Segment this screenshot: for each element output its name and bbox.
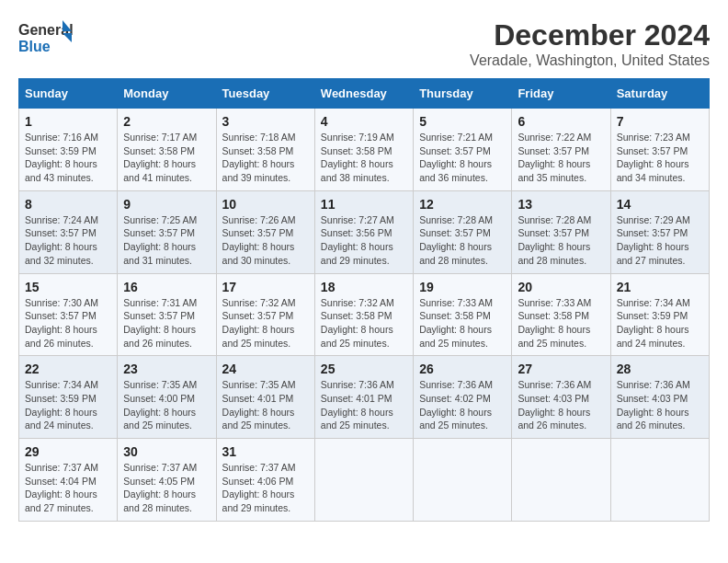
svg-marker-3 bbox=[63, 33, 72, 42]
day-info: Sunrise: 7:37 AM Sunset: 4:06 PM Dayligh… bbox=[222, 461, 309, 515]
day-info: Sunrise: 7:35 AM Sunset: 4:01 PM Dayligh… bbox=[222, 378, 309, 432]
day-number: 4 bbox=[321, 114, 407, 129]
day-info: Sunrise: 7:36 AM Sunset: 4:01 PM Dayligh… bbox=[321, 378, 407, 432]
day-number: 23 bbox=[123, 362, 210, 376]
main-title: December 2024 bbox=[470, 18, 710, 52]
calendar-cell: 17Sunrise: 7:32 AM Sunset: 3:57 PM Dayli… bbox=[216, 273, 314, 356]
header-day-thursday: Thursday bbox=[414, 79, 512, 109]
day-info: Sunrise: 7:33 AM Sunset: 3:58 PM Dayligh… bbox=[518, 296, 604, 350]
day-info: Sunrise: 7:34 AM Sunset: 3:59 PM Dayligh… bbox=[617, 296, 703, 350]
day-number: 14 bbox=[617, 197, 703, 212]
day-number: 10 bbox=[222, 197, 309, 212]
calendar-cell: 20Sunrise: 7:33 AM Sunset: 3:58 PM Dayli… bbox=[512, 273, 610, 356]
header: GeneralBlue December 2024 Veradale, Wash… bbox=[18, 18, 710, 69]
calendar-cell: 3Sunrise: 7:18 AM Sunset: 3:58 PM Daylig… bbox=[216, 109, 314, 191]
calendar-cell: 12Sunrise: 7:28 AM Sunset: 3:57 PM Dayli… bbox=[414, 190, 512, 273]
logo-icon: GeneralBlue bbox=[18, 18, 74, 60]
calendar-cell: 24Sunrise: 7:35 AM Sunset: 4:01 PM Dayli… bbox=[216, 356, 314, 439]
day-info: Sunrise: 7:36 AM Sunset: 4:03 PM Dayligh… bbox=[617, 378, 703, 432]
day-number: 26 bbox=[419, 362, 506, 376]
calendar-cell bbox=[414, 439, 512, 522]
day-info: Sunrise: 7:24 AM Sunset: 3:57 PM Dayligh… bbox=[25, 213, 111, 268]
calendar-cell bbox=[610, 439, 709, 522]
calendar-cell bbox=[512, 439, 610, 522]
day-info: Sunrise: 7:26 AM Sunset: 3:57 PM Dayligh… bbox=[222, 213, 309, 268]
day-number: 5 bbox=[419, 114, 506, 129]
day-info: Sunrise: 7:23 AM Sunset: 3:57 PM Dayligh… bbox=[617, 131, 703, 185]
subtitle: Veradale, Washington, United States bbox=[470, 52, 710, 69]
day-info: Sunrise: 7:36 AM Sunset: 4:02 PM Dayligh… bbox=[419, 378, 506, 432]
calendar-week-row-1: 1Sunrise: 7:16 AM Sunset: 3:59 PM Daylig… bbox=[19, 109, 710, 191]
calendar-cell: 4Sunrise: 7:19 AM Sunset: 3:58 PM Daylig… bbox=[314, 109, 413, 191]
day-number: 1 bbox=[25, 114, 111, 129]
day-number: 19 bbox=[419, 280, 506, 294]
day-number: 6 bbox=[518, 114, 604, 129]
day-number: 28 bbox=[617, 362, 703, 376]
day-number: 8 bbox=[25, 197, 111, 212]
day-info: Sunrise: 7:17 AM Sunset: 3:58 PM Dayligh… bbox=[123, 131, 210, 185]
calendar-cell: 10Sunrise: 7:26 AM Sunset: 3:57 PM Dayli… bbox=[216, 190, 314, 273]
day-info: Sunrise: 7:30 AM Sunset: 3:57 PM Dayligh… bbox=[25, 296, 111, 350]
day-number: 3 bbox=[222, 114, 309, 129]
day-info: Sunrise: 7:36 AM Sunset: 4:03 PM Dayligh… bbox=[518, 378, 604, 432]
day-number: 21 bbox=[617, 280, 703, 294]
calendar-cell: 13Sunrise: 7:28 AM Sunset: 3:57 PM Dayli… bbox=[512, 190, 610, 273]
day-number: 31 bbox=[222, 444, 309, 459]
calendar-cell: 31Sunrise: 7:37 AM Sunset: 4:06 PM Dayli… bbox=[216, 439, 314, 522]
calendar-cell: 25Sunrise: 7:36 AM Sunset: 4:01 PM Dayli… bbox=[314, 356, 413, 439]
calendar-cell: 8Sunrise: 7:24 AM Sunset: 3:57 PM Daylig… bbox=[19, 190, 118, 273]
header-row: SundayMondayTuesdayWednesdayThursdayFrid… bbox=[19, 79, 710, 109]
calendar-cell: 15Sunrise: 7:30 AM Sunset: 3:57 PM Dayli… bbox=[19, 273, 118, 356]
day-info: Sunrise: 7:21 AM Sunset: 3:57 PM Dayligh… bbox=[419, 131, 506, 185]
day-info: Sunrise: 7:28 AM Sunset: 3:57 PM Dayligh… bbox=[518, 213, 604, 268]
calendar-cell: 14Sunrise: 7:29 AM Sunset: 3:57 PM Dayli… bbox=[610, 190, 709, 273]
day-number: 25 bbox=[321, 362, 407, 376]
calendar-cell: 22Sunrise: 7:34 AM Sunset: 3:59 PM Dayli… bbox=[19, 356, 118, 439]
day-info: Sunrise: 7:22 AM Sunset: 3:57 PM Dayligh… bbox=[518, 131, 604, 185]
day-info: Sunrise: 7:29 AM Sunset: 3:57 PM Dayligh… bbox=[617, 213, 703, 268]
header-day-tuesday: Tuesday bbox=[216, 79, 314, 109]
calendar-cell: 2Sunrise: 7:17 AM Sunset: 3:58 PM Daylig… bbox=[118, 109, 216, 191]
header-day-monday: Monday bbox=[118, 79, 216, 109]
day-info: Sunrise: 7:31 AM Sunset: 3:57 PM Dayligh… bbox=[123, 296, 210, 350]
header-day-wednesday: Wednesday bbox=[314, 79, 413, 109]
day-info: Sunrise: 7:35 AM Sunset: 4:00 PM Dayligh… bbox=[123, 378, 210, 432]
day-number: 7 bbox=[617, 114, 703, 129]
day-info: Sunrise: 7:28 AM Sunset: 3:57 PM Dayligh… bbox=[419, 213, 506, 268]
calendar-cell: 16Sunrise: 7:31 AM Sunset: 3:57 PM Dayli… bbox=[118, 273, 216, 356]
calendar-cell: 28Sunrise: 7:36 AM Sunset: 4:03 PM Dayli… bbox=[610, 356, 709, 439]
calendar-cell: 6Sunrise: 7:22 AM Sunset: 3:57 PM Daylig… bbox=[512, 109, 610, 191]
title-section: December 2024 Veradale, Washington, Unit… bbox=[470, 18, 710, 69]
day-info: Sunrise: 7:16 AM Sunset: 3:59 PM Dayligh… bbox=[25, 131, 111, 185]
day-number: 12 bbox=[419, 197, 506, 212]
svg-text:Blue: Blue bbox=[18, 39, 51, 54]
day-number: 27 bbox=[518, 362, 604, 376]
calendar-cell: 9Sunrise: 7:25 AM Sunset: 3:57 PM Daylig… bbox=[118, 190, 216, 273]
day-info: Sunrise: 7:27 AM Sunset: 3:56 PM Dayligh… bbox=[321, 213, 407, 268]
day-number: 2 bbox=[123, 114, 210, 129]
logo: GeneralBlue bbox=[18, 18, 74, 60]
calendar-cell: 21Sunrise: 7:34 AM Sunset: 3:59 PM Dayli… bbox=[610, 273, 709, 356]
calendar-week-row-2: 8Sunrise: 7:24 AM Sunset: 3:57 PM Daylig… bbox=[19, 190, 710, 273]
day-info: Sunrise: 7:32 AM Sunset: 3:58 PM Dayligh… bbox=[321, 296, 407, 350]
calendar-cell: 29Sunrise: 7:37 AM Sunset: 4:04 PM Dayli… bbox=[19, 439, 118, 522]
day-number: 18 bbox=[321, 280, 407, 294]
calendar-week-row-3: 15Sunrise: 7:30 AM Sunset: 3:57 PM Dayli… bbox=[19, 273, 710, 356]
calendar-cell bbox=[314, 439, 413, 522]
header-day-sunday: Sunday bbox=[19, 79, 118, 109]
day-number: 20 bbox=[518, 280, 604, 294]
day-info: Sunrise: 7:37 AM Sunset: 4:05 PM Dayligh… bbox=[123, 461, 210, 515]
calendar-cell: 11Sunrise: 7:27 AM Sunset: 3:56 PM Dayli… bbox=[314, 190, 413, 273]
day-number: 24 bbox=[222, 362, 309, 376]
day-number: 17 bbox=[222, 280, 309, 294]
day-info: Sunrise: 7:32 AM Sunset: 3:57 PM Dayligh… bbox=[222, 296, 309, 350]
calendar-week-row-5: 29Sunrise: 7:37 AM Sunset: 4:04 PM Dayli… bbox=[19, 439, 710, 522]
header-day-friday: Friday bbox=[512, 79, 610, 109]
day-number: 22 bbox=[25, 362, 111, 376]
calendar-cell: 30Sunrise: 7:37 AM Sunset: 4:05 PM Dayli… bbox=[118, 439, 216, 522]
calendar-cell: 5Sunrise: 7:21 AM Sunset: 3:57 PM Daylig… bbox=[414, 109, 512, 191]
day-number: 16 bbox=[123, 280, 210, 294]
day-number: 30 bbox=[123, 444, 210, 459]
day-info: Sunrise: 7:25 AM Sunset: 3:57 PM Dayligh… bbox=[123, 213, 210, 268]
calendar-cell: 19Sunrise: 7:33 AM Sunset: 3:58 PM Dayli… bbox=[414, 273, 512, 356]
